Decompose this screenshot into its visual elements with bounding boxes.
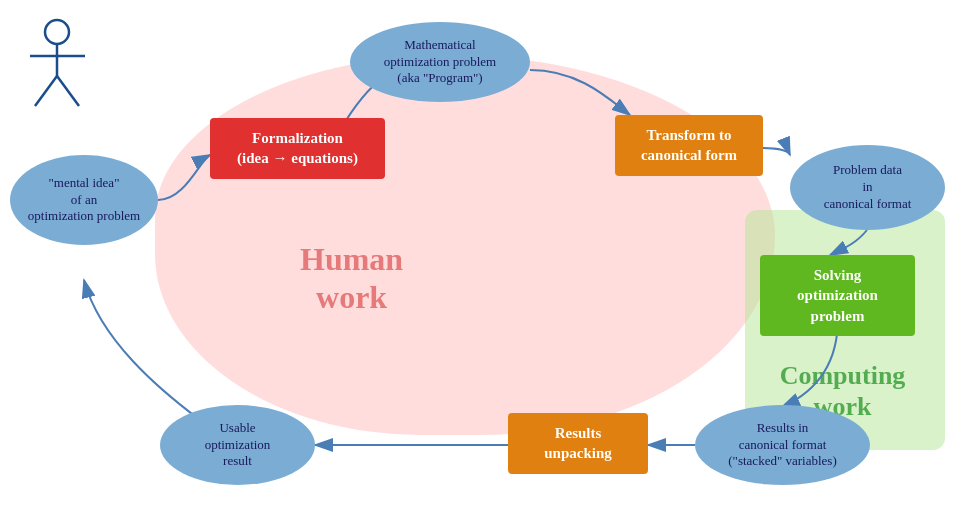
results-canonical-ellipse: Results in canonical format ("stacked" v… — [695, 405, 870, 485]
stick-figure — [25, 18, 90, 117]
transform-box: Transform to canonical form — [615, 115, 763, 176]
diagram-container: Human work Computing work "mental idea" … — [0, 0, 960, 506]
mental-idea-ellipse: "mental idea" of an optimization problem — [10, 155, 158, 245]
svg-point-0 — [45, 20, 69, 44]
svg-line-3 — [35, 76, 57, 106]
formalization-box: Formalization (idea → equations) — [210, 118, 385, 179]
problem-data-ellipse: Problem data in canonical format — [790, 145, 945, 230]
human-work-area — [155, 55, 775, 435]
svg-line-4 — [57, 76, 79, 106]
human-work-label: Human work — [300, 240, 403, 317]
math-problem-ellipse: Mathematical optimization problem (aka "… — [350, 22, 530, 102]
results-unpacking-box: Results unpacking — [508, 413, 648, 474]
solving-box: Solving optimization problem — [760, 255, 915, 336]
usable-result-ellipse: Usable optimization result — [160, 405, 315, 485]
